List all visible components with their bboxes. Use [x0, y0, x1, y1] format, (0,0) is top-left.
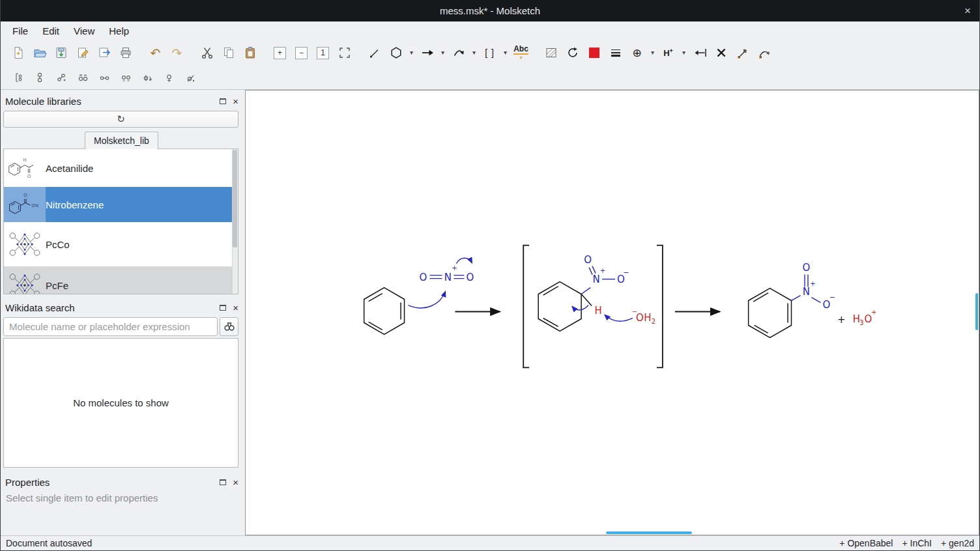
copy-button[interactable] — [218, 43, 239, 63]
ring-tool-dropdown[interactable]: ▾ — [407, 43, 416, 63]
fragment-icon — [141, 71, 154, 84]
wikidata-search-input[interactable] — [3, 317, 218, 336]
delete-tool[interactable] — [710, 43, 732, 63]
save-as-button[interactable] — [72, 43, 93, 63]
mechanism-arrow-dropdown[interactable]: ▾ — [469, 43, 479, 63]
float-panel-icon[interactable] — [220, 305, 226, 311]
wikidata-search-button[interactable] — [220, 317, 238, 336]
library-list-scrollbar[interactable] — [232, 149, 238, 294]
panel-title: Wikidata search — [5, 302, 220, 313]
binoculars-search-icon — [223, 320, 235, 332]
ring-tool[interactable] — [385, 43, 407, 63]
refresh-libraries-button[interactable]: ↻ — [3, 111, 238, 128]
list-item-pcco[interactable]: PcCo — [4, 222, 238, 266]
electron-arrow-ch-to-ring[interactable] — [572, 305, 588, 310]
svg-text:O: O — [636, 312, 644, 324]
draw-mechanism-curve-tool[interactable] — [753, 43, 775, 63]
hydrogen-tool-dropdown[interactable]: ▾ — [679, 43, 689, 63]
zoom-original-icon: 1 — [317, 47, 329, 59]
menu-edit[interactable]: Edit — [35, 23, 66, 38]
zoom-fit-button[interactable] — [334, 43, 355, 63]
close-panel-icon[interactable]: × — [233, 303, 238, 313]
red-color-swatch — [589, 48, 599, 58]
svg-text:H: H — [23, 158, 27, 162]
list-item-nitrobenzene[interactable]: O O H Nitrobenzene — [4, 187, 238, 222]
reaction-arrow-tool[interactable] — [416, 43, 438, 63]
statusbar: Document autosaved + OpenBabel + InChI +… — [1, 535, 979, 550]
zoom-original-button[interactable]: 1 — [312, 43, 334, 63]
line-width-button[interactable] — [605, 43, 626, 63]
chevron-down-icon: ▾ — [519, 55, 522, 61]
hydronium-ion[interactable]: H 3 O + — [853, 309, 877, 326]
arenium-intermediate[interactable]: N + O O − H — [538, 254, 629, 332]
zoom-out-button[interactable]: − — [291, 43, 312, 63]
fragment-tool-3[interactable] — [50, 68, 72, 87]
fragment-tool-6[interactable] — [115, 68, 136, 87]
svg-text:H: H — [35, 203, 38, 208]
cut-button[interactable] — [196, 43, 218, 63]
canvas-vertical-scrollbar[interactable] — [975, 293, 978, 330]
hatch-fill-tool[interactable] — [540, 43, 562, 63]
fragment-tool-8[interactable] — [158, 68, 179, 87]
reaction-scheme[interactable]: O N + O — [246, 91, 979, 535]
svg-text:H: H — [644, 312, 651, 324]
hydrogen-tool[interactable]: H+ — [657, 43, 679, 63]
fragment-tool-4[interactable] — [72, 68, 93, 87]
drawing-canvas[interactable]: O N + O — [245, 90, 979, 535]
electron-arrow-water-to-h[interactable] — [605, 315, 633, 321]
open-file-button[interactable] — [29, 43, 50, 63]
new-file-button[interactable] — [7, 43, 29, 63]
menu-file[interactable]: File — [5, 23, 35, 38]
molecule-thumbnail: O O H — [4, 187, 46, 222]
draw-reaction-arrow-tool[interactable] — [732, 43, 753, 63]
scissors-icon — [200, 46, 214, 60]
tab-molsketch-lib[interactable]: Molsketch_lib — [85, 132, 158, 149]
scrollbar-thumb[interactable] — [233, 150, 237, 247]
svg-text:H: H — [594, 305, 601, 317]
reaction-arrow-dropdown[interactable]: ▾ — [438, 43, 448, 63]
color-swatch-button[interactable] — [583, 43, 605, 63]
zoom-in-button[interactable]: + — [269, 43, 291, 63]
mechanism-arrow-tool[interactable] — [448, 43, 469, 63]
menu-help[interactable]: Help — [102, 23, 136, 38]
flip-tool[interactable] — [689, 43, 710, 63]
rotate-tool[interactable] — [562, 43, 583, 63]
charge-tool-dropdown[interactable]: ▾ — [648, 43, 657, 63]
molecule-thumbnail — [4, 222, 46, 266]
copy-icon — [222, 46, 236, 60]
fragment-tool-7[interactable] — [136, 68, 158, 87]
print-button[interactable] — [115, 43, 136, 63]
charge-tool[interactable]: ⊕ — [626, 43, 648, 63]
fragment-tool-9[interactable] — [179, 68, 201, 87]
rotate-icon — [566, 46, 580, 60]
canvas-horizontal-scrollbar[interactable] — [606, 531, 692, 534]
undo-button[interactable]: ↶ — [145, 43, 166, 63]
reactant-benzene[interactable] — [364, 288, 405, 335]
redo-button[interactable]: ↷ — [166, 43, 188, 63]
text-tool[interactable]: Abc ▾ — [510, 43, 532, 63]
float-panel-icon[interactable] — [220, 98, 226, 104]
product-nitrobenzene[interactable]: N + O O − — [749, 262, 835, 338]
list-item-pcfe[interactable]: PcFe — [4, 266, 238, 294]
close-panel-icon[interactable]: × — [233, 477, 238, 487]
fragment-tool-2[interactable] — [29, 68, 50, 87]
list-item-acetanilide[interactable]: H O Acetanilide — [4, 149, 238, 187]
draw-bond-tool[interactable] — [364, 43, 385, 63]
electron-arrow-ring-to-nitronium[interactable] — [409, 292, 446, 308]
save-button[interactable] — [50, 43, 72, 63]
bracket-dropdown[interactable]: ▾ — [500, 43, 510, 63]
water-molecule[interactable]: − O H 2 — [632, 308, 656, 325]
export-button[interactable] — [93, 43, 115, 63]
close-panel-icon[interactable]: × — [233, 96, 238, 106]
window-close-button[interactable]: × — [964, 0, 971, 21]
fragment-tool-1[interactable] — [7, 68, 29, 87]
electron-arrow-n-to-o[interactable] — [456, 258, 472, 263]
paste-button[interactable] — [239, 43, 261, 63]
fragment-tool-5[interactable] — [93, 68, 115, 87]
float-panel-icon[interactable] — [220, 479, 226, 485]
nitronium-ion[interactable]: O N + O — [420, 264, 474, 283]
intermediate-brackets[interactable] — [523, 246, 663, 368]
bracket-tool[interactable]: [ ] — [479, 43, 500, 63]
fragment-icon — [98, 71, 111, 84]
menu-view[interactable]: View — [66, 23, 102, 38]
